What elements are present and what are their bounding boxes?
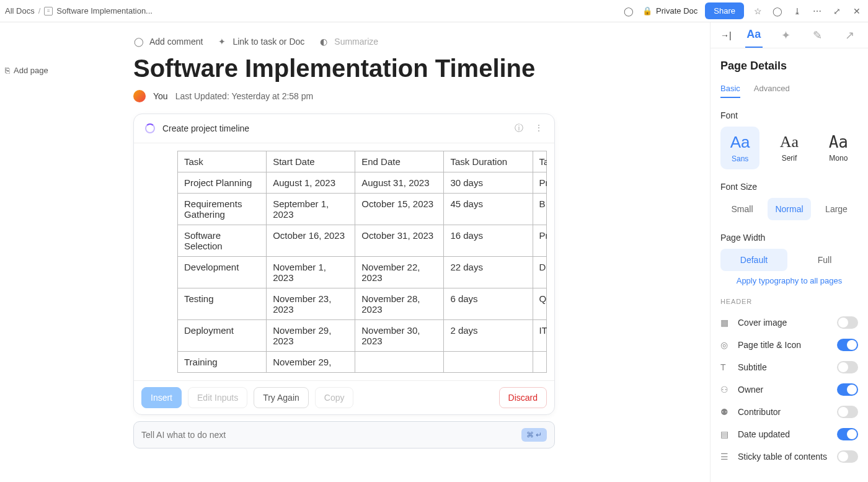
tab-edit[interactable]: ✎ bbox=[809, 23, 826, 48]
refresh-icon[interactable]: ◯ bbox=[622, 5, 635, 17]
table-cell[interactable] bbox=[533, 352, 547, 373]
table-cell[interactable]: Testing bbox=[178, 288, 267, 320]
privacy-label: Private Doc bbox=[656, 6, 698, 16]
table-row[interactable]: Requirements GatheringSeptember 1, 2023O… bbox=[178, 194, 547, 225]
copy-button[interactable]: Copy bbox=[315, 387, 354, 408]
author-name[interactable]: You bbox=[153, 91, 168, 101]
owner-toggle[interactable] bbox=[837, 383, 858, 396]
try-again-button[interactable]: Try Again bbox=[254, 387, 309, 408]
size-normal[interactable]: Normal bbox=[768, 198, 811, 220]
table-cell[interactable]: August 31, 2023 bbox=[355, 172, 444, 194]
link-icon: ✦ bbox=[216, 36, 228, 47]
close-icon[interactable]: ✕ bbox=[851, 5, 863, 17]
table-cell[interactable]: D bbox=[533, 257, 547, 288]
table-cell[interactable]: Training bbox=[178, 352, 267, 373]
table-cell[interactable]: 2 days bbox=[444, 320, 533, 352]
page-title[interactable]: Software Implementation Timeline bbox=[133, 55, 685, 83]
privacy-button[interactable]: 🔒 Private Doc bbox=[642, 6, 698, 16]
table-cell[interactable]: Project Planning bbox=[178, 172, 267, 194]
table-cell[interactable]: Pr bbox=[533, 225, 547, 257]
table-cell[interactable] bbox=[355, 352, 444, 373]
table-row[interactable]: Software SelectionOctober 16, 2023Octobe… bbox=[178, 225, 547, 257]
font-sans[interactable]: AaSans bbox=[720, 127, 760, 169]
table-cell[interactable] bbox=[444, 352, 533, 373]
table-row[interactable]: DeploymentNovember 29, 2023November 30, … bbox=[178, 320, 547, 352]
table-cell[interactable]: September 1, 2023 bbox=[267, 194, 355, 225]
col-start: Start Date bbox=[267, 151, 355, 172]
table-cell[interactable]: November 29, bbox=[267, 352, 355, 373]
tab-ai[interactable]: ✦ bbox=[777, 23, 795, 48]
table-cell[interactable]: 16 days bbox=[444, 225, 533, 257]
ai-prompt-input[interactable] bbox=[141, 430, 521, 440]
collapse-icon[interactable]: ⤢ bbox=[831, 5, 843, 17]
ai-prompt-bar[interactable]: ⌘ ↵ bbox=[133, 421, 555, 449]
star-icon[interactable]: ☆ bbox=[751, 5, 764, 17]
discard-button[interactable]: Discard bbox=[499, 387, 547, 408]
table-cell[interactable]: November 1, 2023 bbox=[267, 257, 355, 288]
table-cell[interactable]: 22 days bbox=[444, 257, 533, 288]
contributor-toggle[interactable] bbox=[837, 406, 858, 418]
table-cell[interactable]: November 22, 2023 bbox=[355, 257, 444, 288]
title-icon-toggle[interactable] bbox=[837, 339, 858, 351]
table-cell[interactable]: Software Selection bbox=[178, 225, 267, 257]
add-page-button[interactable]: ⎘ Add page bbox=[5, 66, 57, 75]
subtab-basic[interactable]: Basic bbox=[720, 84, 740, 98]
breadcrumb-current[interactable]: Software Implementation... bbox=[56, 6, 153, 16]
table-row[interactable]: TrainingNovember 29, bbox=[178, 352, 547, 373]
subtitle-toggle[interactable] bbox=[837, 361, 858, 373]
download-icon[interactable]: ⤓ bbox=[791, 5, 804, 17]
table-cell[interactable]: November 30, 2023 bbox=[355, 320, 444, 352]
table-cell[interactable]: October 16, 2023 bbox=[267, 225, 355, 257]
font-mono[interactable]: AaMono bbox=[819, 127, 858, 169]
font-serif[interactable]: AaSerif bbox=[769, 127, 808, 169]
table-cell[interactable]: IT bbox=[533, 320, 547, 352]
share-button[interactable]: Share bbox=[705, 2, 744, 19]
avatar[interactable] bbox=[133, 90, 146, 102]
sidebar-expand-icon[interactable]: →| bbox=[720, 30, 730, 40]
table-cell[interactable]: August 1, 2023 bbox=[267, 172, 355, 194]
toggle-title-icon: ◎Page title & Icon bbox=[720, 334, 858, 356]
table-cell[interactable]: Q bbox=[533, 288, 547, 320]
table-cell[interactable]: 30 days bbox=[444, 172, 533, 194]
edit-inputs-button[interactable]: Edit Inputs bbox=[188, 387, 247, 408]
table-row[interactable]: TestingNovember 23, 2023November 28, 202… bbox=[178, 288, 547, 320]
table-cell[interactable]: 45 days bbox=[444, 194, 533, 225]
insert-button[interactable]: Insert bbox=[141, 387, 182, 408]
more-icon[interactable]: ⋯ bbox=[811, 5, 823, 17]
cover-image-toggle[interactable] bbox=[837, 316, 858, 329]
table-cell[interactable]: October 31, 2023 bbox=[355, 225, 444, 257]
more-icon[interactable]: ⋮ bbox=[534, 123, 543, 134]
width-full[interactable]: Full bbox=[791, 249, 858, 271]
tab-share[interactable]: ↗ bbox=[841, 23, 859, 48]
subtab-advanced[interactable]: Advanced bbox=[754, 84, 790, 98]
breadcrumb-root[interactable]: All Docs bbox=[5, 6, 35, 16]
table-cell[interactable]: October 15, 2023 bbox=[355, 194, 444, 225]
size-large[interactable]: Large bbox=[815, 198, 858, 220]
apply-typography-link[interactable]: Apply typography to all pages bbox=[720, 276, 858, 285]
add-comment-action[interactable]: ◯ Add comment bbox=[133, 36, 203, 47]
link-task-label: Link to task or Doc bbox=[232, 37, 304, 47]
table-cell[interactable]: November 29, 2023 bbox=[267, 320, 355, 352]
width-default[interactable]: Default bbox=[720, 249, 787, 271]
link-task-action[interactable]: ✦ Link to task or Doc bbox=[216, 36, 304, 47]
table-cell[interactable]: Requirements Gathering bbox=[178, 194, 267, 225]
table-cell[interactable]: Deployment bbox=[178, 320, 267, 352]
size-small[interactable]: Small bbox=[720, 198, 764, 220]
table-row[interactable]: Project PlanningAugust 1, 2023August 31,… bbox=[178, 172, 547, 194]
text-icon: T bbox=[720, 362, 732, 372]
date-updated-toggle[interactable] bbox=[837, 428, 858, 440]
topbar-right: ◯ 🔒 Private Doc Share ☆ ◯ ⤓ ⋯ ⤢ ✕ bbox=[622, 2, 863, 19]
summarize-action[interactable]: ◐ Summarize bbox=[318, 36, 378, 47]
tab-typography[interactable]: Aa bbox=[745, 23, 763, 48]
table-cell[interactable]: November 23, 2023 bbox=[267, 288, 355, 320]
info-icon[interactable]: ⓘ bbox=[515, 123, 523, 134]
table-cell[interactable]: November 28, 2023 bbox=[355, 288, 444, 320]
timeline-table: Task Start Date End Date Task Duration T… bbox=[177, 151, 547, 373]
table-cell[interactable]: Pr bbox=[533, 172, 547, 194]
table-cell[interactable]: B bbox=[533, 194, 547, 225]
table-cell[interactable]: Development bbox=[178, 257, 267, 288]
table-cell[interactable]: 6 days bbox=[444, 288, 533, 320]
comment-icon[interactable]: ◯ bbox=[771, 5, 784, 17]
sticky-toc-toggle[interactable] bbox=[837, 450, 858, 463]
table-row[interactable]: DevelopmentNovember 1, 2023November 22, … bbox=[178, 257, 547, 288]
